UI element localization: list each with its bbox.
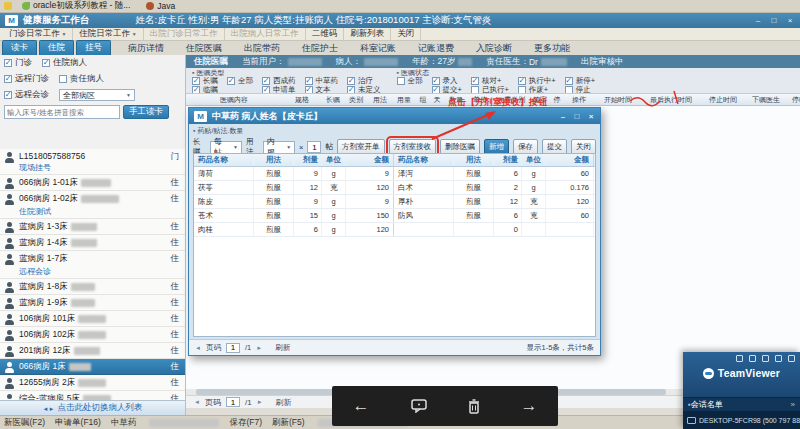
session-list-header[interactable]: 会话名单 [683,397,800,411]
filter-checkbox[interactable]: 申请单 [262,86,296,94]
nav-tab[interactable]: 住院 [39,40,74,55]
per-dose-select[interactable]: 每帖 [210,141,242,154]
filter-checkbox[interactable]: 全部 [397,77,423,85]
trash-icon[interactable] [468,399,480,414]
filter-checkbox[interactable]: 提交+ [432,86,462,94]
filter-checkbox[interactable]: 远程门诊 [4,73,49,85]
nav-item[interactable]: 入院诊断 [465,42,523,55]
refresh-button[interactable]: 刷新 [276,397,292,408]
next-page-button[interactable] [257,399,263,405]
patient-list-item[interactable]: 蓝病房 1-4床住 [0,235,185,251]
prev-page-button[interactable] [195,345,201,351]
patient-list-item[interactable]: L1518057588756现场挂号门 [0,149,185,175]
dose-count-input[interactable] [307,141,321,153]
nav-item[interactable]: 住院护士 [291,42,349,55]
patient-search-input[interactable] [4,105,120,119]
filter-checkbox[interactable]: 门诊 [4,57,32,69]
ward-select[interactable]: 全部病区 [59,89,135,101]
comment-icon[interactable] [411,399,427,413]
nav-item[interactable]: 出院带药 [233,42,291,55]
page-input[interactable] [226,397,240,407]
taskbar-item[interactable]: Java [140,0,181,12]
patient-list-item[interactable]: 蓝病房 1-8床住 [0,279,185,295]
panel-icon[interactable] [736,355,743,362]
patient-list-item[interactable]: 蓝病房 1-9床住 [0,295,185,311]
dialog-maximize-icon[interactable] [572,111,582,121]
patient-sub-link[interactable]: 远程会诊 [19,266,168,277]
filter-checkbox[interactable]: 停止 [565,86,595,94]
prescription-row[interactable]: 肉桂煎服6g1200 [194,223,595,237]
chevron-right-icon[interactable] [791,400,795,409]
dialog-titlebar[interactable]: 中草药 病人姓名【皮卡丘】 [189,108,600,124]
minimize-icon[interactable] [752,16,764,26]
patient-list-item[interactable]: 066病房 1床住 [0,359,185,375]
nav-item[interactable]: 住院医嘱 [175,42,233,55]
patient-list-item[interactable]: 066病房 1-01床住 [0,175,185,191]
prescription-row[interactable]: 茯苓煎服12克120白术煎服2g0.176 [194,181,595,195]
filter-checkbox[interactable]: 西成药 [262,77,296,85]
filter-checkbox[interactable]: 全部 [227,77,253,85]
filter-checkbox[interactable]: 未定义 [347,86,381,94]
nav-item[interactable]: 记账退费 [407,42,465,55]
menu-item[interactable]: 住院日常工作 [73,28,143,40]
filter-checkbox[interactable]: 临嘱 [192,86,218,94]
filter-checkbox[interactable]: 文本 [305,86,339,94]
dialog-minimize-icon[interactable] [558,111,568,121]
manual-read-card-button[interactable]: 手工读卡 [123,105,169,119]
back-arrow-icon[interactable]: ← [353,396,370,416]
dialog-close-icon[interactable] [586,111,596,121]
statusbar-item[interactable]: 保存(F7) [229,417,262,429]
filter-checkbox[interactable]: 作废+ [518,86,556,94]
patient-list-item[interactable]: 201病房 12床住 [0,343,185,359]
statusbar-item[interactable]: 新医嘱(F2) [4,417,45,429]
panel-icon[interactable] [788,355,795,362]
statusbar-item[interactable]: 中草药 [111,417,137,429]
patient-list-item[interactable]: 综合-蓝病房 5床住 [0,391,185,400]
prescription-row[interactable]: 陈皮煎服9g9厚朴煎服12克120 [194,195,595,209]
menu-item[interactable]: 关闭 [391,28,421,40]
patient-sub-link[interactable]: 住院测试 [19,206,168,217]
refresh-button[interactable]: 刷新 [275,343,290,353]
filter-checkbox[interactable]: 录入 [432,77,462,85]
prescription-row[interactable]: 薄荷煎服9g9泽泻煎服6g60 [194,167,595,181]
nav-tab[interactable]: 读卡 [2,40,37,55]
taskbar-item[interactable]: oracle初级系列教程 - 随... [16,0,136,12]
usage-select[interactable]: 内服 [263,141,295,154]
patient-list-item[interactable]: 12655病房 2床住 [0,375,185,391]
nav-item[interactable]: 更多功能 [523,42,581,55]
panel-icon[interactable] [762,355,769,362]
filter-checkbox[interactable]: 执行中+ [518,77,556,85]
menu-item[interactable]: 门诊日常工作 [3,28,73,40]
menu-item[interactable]: 刷新列表 [344,28,391,40]
nav-item[interactable]: 病历详情 [117,42,175,55]
patient-sub-link[interactable]: 现场挂号 [19,162,168,173]
filter-checkbox[interactable]: 已执行+ [471,86,509,94]
patient-list-item[interactable]: 106病房 102床住 [0,327,185,343]
close-icon[interactable] [784,16,796,26]
filter-checkbox[interactable]: 长嘱 [192,77,218,85]
filter-checkbox[interactable]: 新停+ [565,77,595,85]
patient-list-item[interactable]: 066病房 1-02床住院测试住 [0,191,185,219]
page-input[interactable] [226,343,240,353]
session-entry[interactable]: DESKTOP-5FCR98 (500 797 88 1 [683,411,800,429]
patient-list-item[interactable]: 蓝病房 1-7床远程会诊住 [0,251,185,279]
panel-icon[interactable] [749,355,756,362]
filter-checkbox[interactable]: 远程会诊 [4,89,49,101]
filter-checkbox[interactable]: 核对+ [471,77,509,85]
prev-page-button[interactable] [194,399,200,405]
toggle-patient-list-bar[interactable]: 点击此处切换病人列表 [0,400,186,415]
panel-icon[interactable] [775,355,782,362]
filter-checkbox[interactable]: 责任病人 [59,73,104,85]
patient-list-item[interactable]: 蓝病房 1-3床住 [0,219,185,235]
prescription-row[interactable]: 苍术煎服15g150防风煎服6克60 [194,209,595,223]
nav-tab[interactable]: 挂号 [76,40,111,55]
statusbar-item[interactable]: 刷新(F5) [272,417,305,429]
filter-checkbox[interactable]: 治疗 [347,77,381,85]
patient-list-item[interactable]: 106病房 101床住 [0,311,185,327]
maximize-icon[interactable] [768,16,780,26]
next-page-button[interactable] [256,345,262,351]
menu-item[interactable]: 二维码 [306,28,345,40]
statusbar-item[interactable]: 申请单(F16) [55,417,101,429]
filter-checkbox[interactable]: 住院病人 [42,57,87,69]
nav-item[interactable]: 科室记账 [349,42,407,55]
